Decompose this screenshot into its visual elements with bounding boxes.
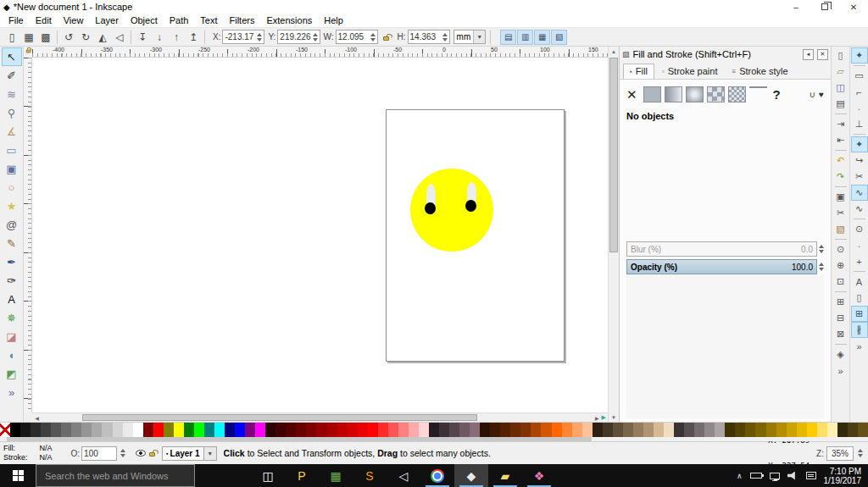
spray-tool[interactable]: ✵	[2, 308, 22, 327]
snap-bbox-corners-toggle[interactable]: ∙	[851, 100, 868, 116]
new-doc-button[interactable]: ▯	[832, 47, 849, 64]
opacity-spinner[interactable]	[819, 263, 824, 271]
palette-swatch[interactable]	[603, 423, 613, 437]
flat-color-button[interactable]	[643, 86, 661, 102]
panel-dock-button[interactable]: ◂	[803, 49, 814, 60]
snap-bbox-edges-toggle[interactable]: ⌐	[851, 84, 868, 100]
panel-grip-icon[interactable]: ▨	[622, 50, 630, 58]
commands-overflow[interactable]: »	[832, 362, 849, 379]
palette-swatch[interactable]	[265, 423, 275, 437]
fill-rule-nonzero-icon[interactable]: ♥	[819, 90, 824, 99]
menu-item[interactable]: Object	[125, 14, 163, 26]
flip-horizontal-icon[interactable]: ◭	[94, 30, 111, 45]
paste-button[interactable]: ▧	[832, 221, 849, 237]
minimize-button[interactable]: –	[782, 0, 810, 14]
ellipse-tool[interactable]: ○	[2, 178, 22, 196]
action-center-icon[interactable]	[806, 472, 816, 479]
palette-swatch[interactable]	[664, 423, 674, 437]
taskbar-clock[interactable]: 7:10 PM 1/19/2017	[824, 467, 862, 485]
zoom-input[interactable]: 35%	[826, 446, 854, 461]
smiley-face-shape[interactable]	[410, 169, 493, 252]
fill-rule-evenodd-icon[interactable]: ∪	[810, 90, 815, 99]
snap-bbox-midpoints-toggle[interactable]: ⊥	[851, 116, 868, 132]
radial-gradient-button[interactable]	[686, 86, 704, 102]
redo-button[interactable]: ↷	[832, 169, 849, 185]
palette-swatch[interactable]	[837, 423, 848, 437]
pencil-tool[interactable]: ✎	[2, 234, 22, 252]
palette-swatch[interactable]	[582, 423, 593, 437]
horizontal-scrollbar[interactable]: ◀ ▶ ▶	[32, 412, 608, 422]
spinner[interactable]	[257, 33, 262, 42]
palette-swatch[interactable]	[520, 423, 531, 437]
scroll-up-arrow[interactable]: ▲	[609, 47, 619, 56]
affect-corners-toggle[interactable]: ▥	[517, 30, 533, 45]
menu-item[interactable]: Layer	[90, 14, 124, 26]
swatch-button[interactable]	[728, 86, 746, 102]
palette-swatch[interactable]	[275, 423, 286, 437]
field-input[interactable]: -213.17	[222, 30, 264, 44]
palette-swatch[interactable]	[572, 423, 582, 437]
palette-swatch[interactable]	[378, 423, 388, 437]
palette-swatch[interactable]	[684, 423, 694, 437]
tweak-tool[interactable]: ≋	[2, 85, 22, 103]
palette-swatch[interactable]	[704, 423, 715, 437]
palette-swatch[interactable]	[429, 423, 439, 437]
rectangle-tool[interactable]: ▭	[2, 141, 22, 159]
palette-swatch[interactable]	[654, 423, 664, 437]
palette-swatch[interactable]	[194, 423, 204, 437]
select-all-layers-icon[interactable]: ▩	[37, 30, 54, 45]
palette-swatch[interactable]	[593, 423, 603, 437]
tab-fill[interactable]: ▪ Fill	[623, 64, 654, 79]
menu-item[interactable]: Edit	[31, 14, 57, 26]
raise-step-icon[interactable]: ↑	[168, 30, 185, 45]
palette-swatch[interactable]	[674, 423, 684, 437]
palette-scroll-thumb[interactable]	[7, 437, 592, 441]
blur-slider[interactable]: Blur (%) 0.0	[626, 241, 817, 257]
vertical-ruler[interactable]	[24, 58, 32, 412]
palette-swatch[interactable]	[51, 423, 61, 437]
palette-swatch[interactable]	[388, 423, 398, 437]
palette-swatch[interactable]	[316, 423, 326, 437]
right-pupil-shape[interactable]	[465, 200, 476, 212]
palette-scrollbar[interactable]	[0, 437, 868, 441]
affect-stroke-toggle[interactable]: ▤	[500, 30, 516, 45]
snap-object-centers-toggle[interactable]: ∙	[851, 237, 868, 253]
flip-vertical-icon[interactable]: ◁	[111, 30, 128, 45]
undo-button[interactable]: ↶	[832, 152, 849, 169]
layer-lock-icon[interactable]	[149, 452, 155, 457]
pen-tool[interactable]: ✒	[2, 252, 22, 271]
snap-grid-toggle[interactable]: ⊞	[851, 306, 868, 322]
scroll-down-arrow[interactable]: ▼	[609, 412, 619, 422]
menu-item[interactable]: File	[3, 14, 29, 26]
sublime-app[interactable]: S	[353, 464, 387, 487]
palette-swatch[interactable]	[296, 423, 306, 437]
left-pupil-shape[interactable]	[425, 202, 436, 214]
palette-swatch[interactable]	[245, 423, 255, 437]
unit-select[interactable]: mm ▼	[453, 30, 487, 44]
zoom-page-button[interactable]: ⊡	[832, 274, 849, 290]
snap-text-baseline-toggle[interactable]: A	[851, 274, 868, 290]
palette-swatch[interactable]	[633, 423, 643, 437]
palette-swatch[interactable]	[225, 423, 235, 437]
save-button[interactable]: ◫	[832, 80, 849, 96]
palette-swatch[interactable]	[61, 423, 71, 437]
zoom-tool[interactable]: ⚲	[2, 103, 22, 122]
menu-item[interactable]: Extensions	[261, 14, 317, 26]
snap-bbox-toggle[interactable]: ▭	[851, 68, 868, 84]
spinner[interactable]	[313, 33, 318, 42]
text-tool[interactable]: A	[2, 290, 22, 308]
gradient-tool[interactable]: ◩	[2, 364, 22, 383]
palette-swatch[interactable]	[0, 423, 10, 437]
snap-page-border-toggle[interactable]: ▯	[851, 290, 868, 306]
lock-ratio-toggle[interactable]	[383, 34, 389, 41]
snap-smooth-nodes-toggle[interactable]: ∿	[851, 201, 868, 217]
affect-gradients-toggle[interactable]: ▦	[534, 30, 550, 45]
fill-indicator-value[interactable]: N/A	[40, 444, 53, 453]
xml-editor-button[interactable]: ◈	[832, 346, 849, 362]
horizontal-ruler[interactable]: -400-350-300-250-200-150-100-50050100150	[32, 47, 608, 58]
palette-swatch[interactable]	[531, 423, 541, 437]
menu-item[interactable]: View	[58, 14, 89, 26]
palette-swatch[interactable]	[10, 423, 20, 437]
palette-swatch[interactable]	[500, 423, 510, 437]
spiral-tool[interactable]: @	[2, 215, 22, 234]
